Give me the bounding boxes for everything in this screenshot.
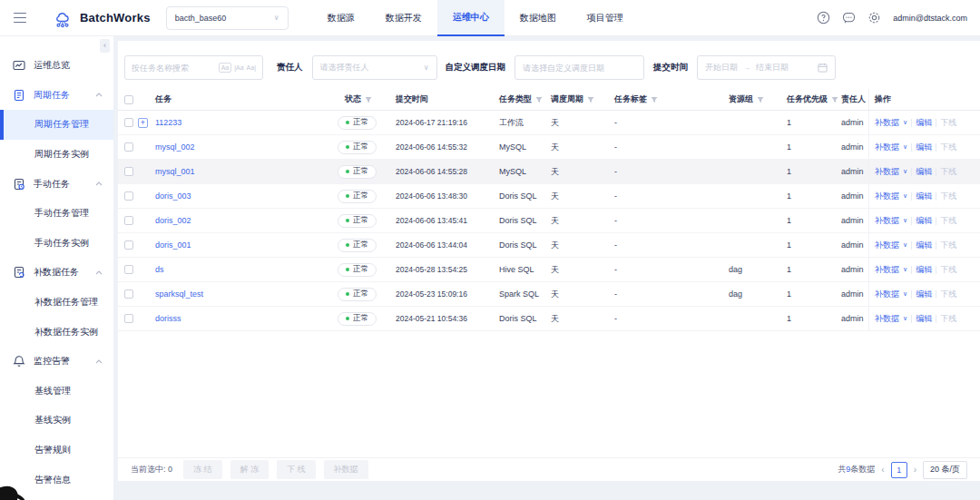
sidebar-group-manual-task[interactable]: 手动任务 <box>0 169 113 199</box>
edit-action[interactable]: 编辑 <box>916 142 932 153</box>
task-name-link[interactable]: doris_001 <box>155 240 191 250</box>
backfill-action[interactable]: 补数据 <box>875 166 899 178</box>
nav-tab-operations[interactable]: 运维中心 <box>437 0 505 36</box>
sidebar-group-periodic-task[interactable]: 周期任务 <box>0 81 113 111</box>
task-name-link[interactable]: 112233 <box>155 118 181 127</box>
offline-action[interactable]: 下线 <box>940 240 956 251</box>
nav-tab-datasource[interactable]: 数据源 <box>312 0 370 36</box>
task-name-link[interactable]: mysql_002 <box>155 142 195 152</box>
edit-action[interactable]: 编辑 <box>916 166 932 178</box>
row-checkbox[interactable] <box>124 265 133 274</box>
backfill-button[interactable]: 补数据 <box>324 460 368 479</box>
task-name-link[interactable]: sparksql_test <box>155 289 203 299</box>
nav-tab-datamap[interactable]: 数据地图 <box>505 0 572 36</box>
task-search-input[interactable] <box>132 64 219 73</box>
status-badge: 正常 <box>338 116 377 130</box>
submit-time-range-picker[interactable]: 开始日期 → 结束日期 <box>697 55 836 80</box>
edit-action[interactable]: 编辑 <box>916 313 932 325</box>
sidebar-item-periodic-task-instance[interactable]: 周期任务实例 <box>0 140 113 170</box>
sidebar-item-periodic-task-mgmt[interactable]: 周期任务管理 <box>0 110 113 140</box>
sidebar-item-overview[interactable]: 运维总览 <box>0 51 113 81</box>
edit-action[interactable]: 编辑 <box>916 289 932 300</box>
row-checkbox[interactable] <box>124 167 133 176</box>
offline-action[interactable]: 下线 <box>940 313 956 325</box>
sidebar-item-baseline-mgmt[interactable]: 基线管理 <box>0 377 113 407</box>
backfill-action[interactable]: 补数据 <box>875 117 899 129</box>
status-cell: 正常 <box>338 214 396 228</box>
match-case-icon[interactable]: Aa <box>219 63 232 73</box>
sidebar-item-backfill-task-instance[interactable]: 补数据任务实例 <box>0 317 113 347</box>
page-number[interactable]: 1 <box>891 462 907 478</box>
nav-tab-develop[interactable]: 数据开发 <box>370 0 437 36</box>
filter-funnel-icon[interactable] <box>757 96 764 103</box>
filter-funnel-icon[interactable] <box>831 96 838 103</box>
page-size-select[interactable]: 20 条/页 <box>923 461 967 479</box>
backfill-action[interactable]: 补数据 <box>875 289 899 300</box>
row-checkbox-cell <box>124 289 138 299</box>
task-name-link[interactable]: doris_003 <box>155 191 191 201</box>
task-name-link[interactable]: mysql_001 <box>155 167 195 176</box>
row-checkbox[interactable] <box>124 289 133 299</box>
prev-page-icon[interactable]: ‹ <box>881 465 884 475</box>
nav-tab-project[interactable]: 项目管理 <box>572 0 639 36</box>
match-prefix-icon[interactable]: |Aa <box>234 64 243 71</box>
offline-action[interactable]: 下线 <box>940 191 956 202</box>
select-all-checkbox[interactable] <box>124 95 133 104</box>
filter-funnel-icon[interactable] <box>365 96 372 103</box>
row-checkbox[interactable] <box>124 240 133 250</box>
match-suffix-icon[interactable]: Aa| <box>247 64 256 71</box>
task-name-link[interactable]: dorisss <box>155 314 181 323</box>
sidebar-item-alert-info[interactable]: 告警信息 <box>0 465 113 495</box>
sidebar-item-manual-task-instance[interactable]: 手动任务实例 <box>0 229 113 259</box>
expand-icon[interactable]: + <box>138 118 148 128</box>
sidebar-item-backfill-task-mgmt[interactable]: 补数据任务管理 <box>0 288 113 318</box>
workspace-select[interactable]: bacth_base60 ∨ <box>166 6 289 30</box>
message-icon[interactable] <box>842 11 856 25</box>
custom-date-input[interactable] <box>523 64 636 73</box>
offline-action[interactable]: 下线 <box>940 142 956 153</box>
help-icon[interactable] <box>817 11 830 25</box>
backfill-action[interactable]: 补数据 <box>875 191 899 202</box>
offline-button[interactable]: 下 线 <box>277 460 316 479</box>
backfill-action[interactable]: 补数据 <box>875 215 899 227</box>
backfill-action[interactable]: 补数据 <box>875 240 899 251</box>
offline-action[interactable]: 下线 <box>940 215 956 227</box>
edit-action[interactable]: 编辑 <box>916 191 932 202</box>
offline-action[interactable]: 下线 <box>940 264 956 276</box>
unfreeze-button[interactable]: 解 冻 <box>230 460 270 479</box>
backfill-action[interactable]: 补数据 <box>875 142 899 153</box>
row-checkbox[interactable] <box>124 118 133 127</box>
filter-funnel-icon[interactable] <box>651 96 658 103</box>
owner-select[interactable]: 请选择责任人 ∨ <box>312 55 437 80</box>
sidebar-item-manual-task-mgmt[interactable]: 手动任务管理 <box>0 199 113 229</box>
edit-action[interactable]: 编辑 <box>916 264 932 276</box>
backfill-action[interactable]: 补数据 <box>875 313 899 325</box>
offline-action[interactable]: 下线 <box>940 289 956 300</box>
row-checkbox[interactable] <box>124 191 133 201</box>
task-name-cell: + 112233 <box>138 118 338 128</box>
task-name-link[interactable]: ds <box>155 265 164 274</box>
sidebar-group-backfill-task[interactable]: 补数据任务 <box>0 258 113 288</box>
offline-action[interactable]: 下线 <box>940 166 956 178</box>
filter-funnel-icon[interactable] <box>587 96 594 103</box>
edit-action[interactable]: 编辑 <box>916 117 932 129</box>
sidebar-item-alert-rules[interactable]: 告警规则 <box>0 436 113 466</box>
edit-action[interactable]: 编辑 <box>916 240 932 251</box>
backfill-action[interactable]: 补数据 <box>875 264 899 276</box>
total-count-text: 共9条数据 <box>838 464 875 475</box>
status-badge: 正常 <box>338 141 377 154</box>
offline-action[interactable]: 下线 <box>940 117 956 129</box>
sidebar-group-monitor-alert[interactable]: 监控告警 <box>0 347 113 377</box>
next-page-icon[interactable]: › <box>914 465 916 475</box>
filter-funnel-icon[interactable] <box>535 96 543 103</box>
freeze-button[interactable]: 冻 结 <box>183 460 222 479</box>
sidebar-item-baseline-instance[interactable]: 基线实例 <box>0 406 113 436</box>
edit-action[interactable]: 编辑 <box>916 215 932 227</box>
menu-hamburger-icon[interactable] <box>14 13 26 24</box>
row-checkbox[interactable] <box>124 216 133 225</box>
settings-gear-icon[interactable] <box>867 11 881 25</box>
row-checkbox[interactable] <box>124 142 133 152</box>
task-name-link[interactable]: doris_002 <box>155 216 191 225</box>
user-email[interactable]: admin@dtstack.com <box>893 14 967 23</box>
row-checkbox[interactable] <box>124 314 133 323</box>
